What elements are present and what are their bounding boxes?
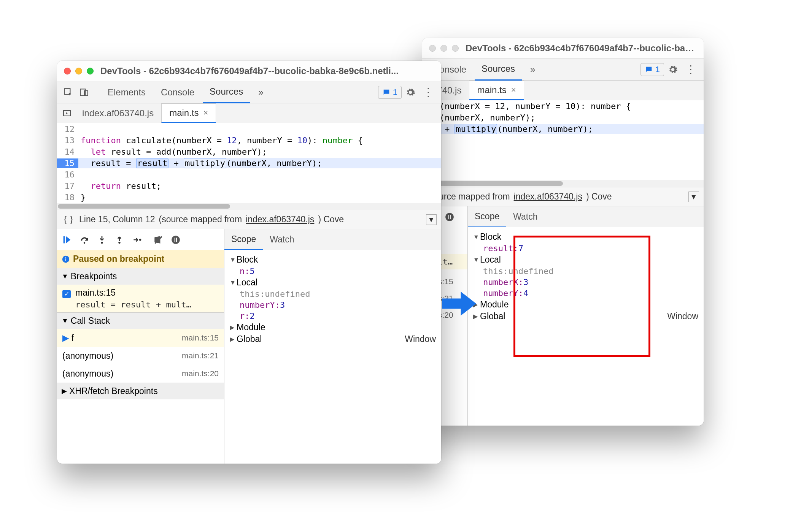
watch-tab[interactable]: Watch bbox=[263, 229, 301, 250]
scope-tab[interactable]: Scope bbox=[224, 229, 263, 250]
scope-panel-back: ▼Block result: 7 ▼Local this: undefined … bbox=[468, 227, 704, 426]
panels: Paused on breakpoint ▼Breakpoints ✓main.… bbox=[57, 250, 441, 464]
status-mapped-link[interactable]: index.af063740.js bbox=[246, 214, 314, 225]
svg-point-8 bbox=[84, 242, 86, 244]
dropdown-icon[interactable]: ▾ bbox=[426, 214, 437, 225]
window-max-front[interactable] bbox=[87, 68, 94, 74]
info-icon bbox=[62, 255, 70, 263]
pretty-print-icon[interactable]: { } bbox=[62, 215, 75, 225]
tab-more[interactable]: » bbox=[251, 81, 270, 103]
window-controls-back bbox=[429, 45, 459, 52]
file-tab-main[interactable]: main.ts × bbox=[161, 103, 216, 123]
scope-tab-back[interactable]: Scope bbox=[468, 206, 506, 228]
var-this: this: undefined bbox=[230, 288, 436, 299]
gear-icon bbox=[405, 87, 415, 97]
scope-local[interactable]: ▼Local bbox=[230, 277, 436, 288]
issues-badge-back[interactable]: 1 bbox=[640, 63, 664, 76]
gutter-12[interactable]: 12 bbox=[57, 124, 78, 134]
step-icon[interactable] bbox=[130, 233, 144, 247]
bp-snippet: result = result + mult… bbox=[75, 300, 219, 309]
scope-global[interactable]: ▶GlobalWindow bbox=[230, 333, 436, 345]
deactivate-bp-icon-front[interactable] bbox=[151, 233, 165, 247]
code-area-back[interactable]: ate(numberX = 12, numberY = 10): number … bbox=[422, 100, 704, 180]
chat-icon bbox=[645, 65, 653, 74]
scope-module-back[interactable]: ▶Module bbox=[473, 299, 698, 310]
arrow-annotation bbox=[442, 290, 476, 318]
var-numbery-back: numberY: 4 bbox=[473, 288, 698, 299]
titlebar-front: DevTools - 62c6b934c4b7f676049af4b7--buc… bbox=[57, 61, 441, 81]
chip-multiply[interactable]: multiply bbox=[184, 158, 226, 168]
gutter-13[interactable]: 13 bbox=[57, 136, 78, 145]
bp-location: main.ts:15 bbox=[75, 288, 116, 298]
code-line-back-3: ult + multiply(numberX, numberY); bbox=[422, 124, 704, 134]
h-scrollbar[interactable] bbox=[57, 203, 441, 210]
window-title-back: DevTools - 62c6b934c4b7f676049af4b7--buc… bbox=[466, 43, 697, 54]
kebab-menu[interactable]: ⋮ bbox=[419, 86, 437, 98]
resume-icon[interactable] bbox=[60, 233, 74, 247]
gutter-18[interactable]: 18 bbox=[57, 193, 78, 202]
settings-button[interactable] bbox=[403, 85, 418, 100]
scope-local-back[interactable]: ▼Local bbox=[473, 254, 698, 266]
step-over-icon[interactable] bbox=[78, 233, 91, 247]
window-close-back[interactable] bbox=[429, 45, 436, 52]
var-result-back: result: 7 bbox=[473, 243, 698, 254]
window-min-front[interactable] bbox=[75, 68, 82, 74]
window-max-back[interactable] bbox=[452, 45, 459, 52]
section-breakpoints[interactable]: ▼Breakpoints bbox=[57, 268, 224, 285]
gutter-17[interactable]: 17 bbox=[57, 181, 78, 191]
stack-frame-1[interactable]: (anonymous)main.ts:21 bbox=[57, 347, 224, 365]
gutter-15-breakpoint[interactable]: 15 bbox=[57, 158, 78, 168]
titlebar-back: DevTools - 62c6b934c4b7f676049af4b7--buc… bbox=[422, 38, 704, 59]
section-xhr[interactable]: ▶XHR/fetch Breakpoints bbox=[57, 383, 224, 399]
scope-global-back[interactable]: ▶GlobalWindow bbox=[473, 310, 698, 322]
debug-left-panel: Paused on breakpoint ▼Breakpoints ✓main.… bbox=[57, 250, 224, 464]
gutter-14[interactable]: 14 bbox=[57, 147, 78, 157]
status-mapped-link-back[interactable]: index.af063740.js bbox=[514, 192, 582, 202]
navigator-icon[interactable] bbox=[59, 109, 75, 118]
step-into-icon[interactable] bbox=[95, 233, 109, 247]
watch-tab-back[interactable]: Watch bbox=[506, 206, 544, 228]
tab-sources-back[interactable]: Sources bbox=[475, 59, 522, 81]
inspect-icon[interactable] bbox=[61, 85, 75, 100]
tab-sources[interactable]: Sources bbox=[203, 81, 250, 103]
stack-frame-0[interactable]: ▶fmain.ts:15 bbox=[57, 329, 224, 347]
pause-exceptions-icon[interactable] bbox=[169, 233, 183, 247]
svg-point-0 bbox=[445, 213, 454, 221]
chip-result[interactable]: result bbox=[136, 158, 168, 168]
tab-more-back[interactable]: » bbox=[523, 59, 542, 81]
svg-point-11 bbox=[139, 239, 141, 241]
scope-block-back[interactable]: ▼Block bbox=[473, 231, 698, 243]
step-out-icon[interactable] bbox=[113, 233, 126, 247]
svg-rect-14 bbox=[176, 238, 177, 242]
chip-multiply-back[interactable]: multiply bbox=[455, 124, 497, 134]
device-icon[interactable] bbox=[77, 85, 91, 100]
file-tab-index[interactable]: index.af063740.js bbox=[75, 103, 161, 123]
settings-button-back[interactable] bbox=[666, 62, 680, 77]
checkbox-icon[interactable]: ✓ bbox=[62, 290, 71, 298]
toolbar-front: Elements Console Sources » 1 ⋮ bbox=[57, 81, 441, 103]
close-icon[interactable]: × bbox=[203, 108, 208, 118]
tab-console[interactable]: Console bbox=[154, 81, 201, 103]
section-callstack[interactable]: ▼Call Stack bbox=[57, 312, 224, 329]
dropdown-icon-back[interactable]: ▾ bbox=[688, 192, 699, 202]
issues-badge[interactable]: 1 bbox=[378, 86, 402, 99]
gutter-16[interactable]: 16 bbox=[57, 170, 78, 179]
h-scrollbar-back[interactable] bbox=[422, 180, 704, 187]
file-tab-main-back[interactable]: main.ts × bbox=[469, 81, 524, 100]
pause-icon[interactable] bbox=[443, 210, 456, 224]
scope-module[interactable]: ▶Module bbox=[230, 321, 436, 333]
kebab-menu-back[interactable]: ⋮ bbox=[682, 63, 700, 76]
stack-frame-2[interactable]: (anonymous)main.ts:20 bbox=[57, 365, 224, 383]
statusbar-back: (source mapped from index.af063740.js ) … bbox=[422, 187, 704, 206]
close-icon[interactable]: × bbox=[511, 85, 516, 95]
window-min-back[interactable] bbox=[440, 45, 447, 52]
issues-count: 1 bbox=[393, 87, 397, 97]
window-close-front[interactable] bbox=[64, 68, 71, 74]
breakpoint-item[interactable]: ✓main.ts:15 result = result + mult… bbox=[57, 285, 224, 312]
code-area[interactable]: 12 13function calculate(numberX = 12, nu… bbox=[57, 123, 441, 203]
tab-elements[interactable]: Elements bbox=[101, 81, 153, 103]
paused-message: Paused on breakpoint bbox=[57, 250, 224, 268]
svg-point-10 bbox=[118, 241, 120, 243]
gear-icon bbox=[668, 65, 678, 74]
scope-block[interactable]: ▼Block bbox=[230, 254, 436, 266]
